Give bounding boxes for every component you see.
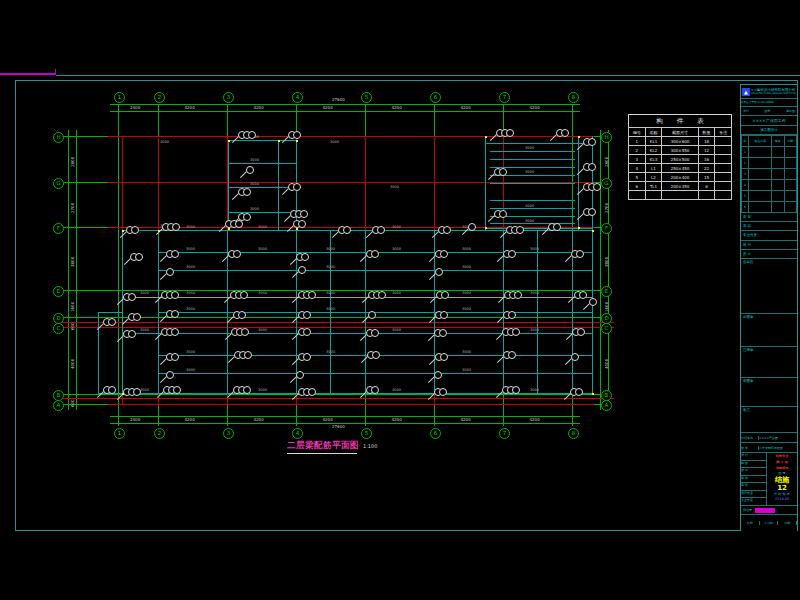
beam-tag-circle xyxy=(368,311,376,319)
certificate-line: 资质证书 甲级 A132008888 xyxy=(741,99,797,107)
member-table-cell: TL1 xyxy=(645,182,662,191)
signature-rows: 审 定审 核专业负责校 对设 计 xyxy=(741,213,797,259)
dimension-text: 1600 xyxy=(70,301,75,311)
revision-cell xyxy=(749,180,772,191)
top-rule xyxy=(56,75,800,76)
sheet-series: 结施 xyxy=(767,476,797,484)
stamp-cell: 会签栏 xyxy=(741,259,797,314)
beam-size-text: 3000 xyxy=(140,388,149,392)
beam-tag-circle xyxy=(308,291,316,299)
axis-bubble-number: 1 xyxy=(114,428,125,439)
member-table-row: 6TL1200×3506 xyxy=(629,182,732,191)
node-marker xyxy=(592,230,594,232)
node-marker xyxy=(228,228,230,230)
beam-tag-circle xyxy=(238,311,246,319)
beam-tag-circle xyxy=(579,291,587,299)
beam-tag-circle xyxy=(303,311,311,319)
axis-bubble-letter: F xyxy=(601,223,612,234)
signer-mini-row: 专业负责 xyxy=(741,498,766,505)
beam-size-text: 3000 xyxy=(250,207,259,211)
axis-bubble-letter: G xyxy=(53,178,64,189)
stamp-cell: 注册章 xyxy=(741,347,797,378)
member-table-row: 4L1250×45022 xyxy=(629,164,732,173)
member-table-cell: KL2 xyxy=(645,146,662,155)
beam-size-text: 3000 xyxy=(326,291,335,295)
top-rule-tick xyxy=(55,69,56,74)
beam-size-text: 3000 xyxy=(258,388,267,392)
revision-cell xyxy=(784,158,796,169)
sheet-number-stack: 结构专业 施 工 图 合同编号 图 号 结施 12 共 张 第 张 2019.0… xyxy=(767,453,797,505)
axis-bubble-letter: E xyxy=(53,286,64,297)
revision-cell xyxy=(749,147,772,158)
beam-size-text: 3000 xyxy=(525,146,534,150)
axis-bubble-number: 3 xyxy=(223,92,234,103)
beam-size-text: 3000 xyxy=(392,328,401,332)
beam-size-text: 3000 xyxy=(392,388,401,392)
axis-bubble-number: 5 xyxy=(361,428,372,439)
beam-tag-circle xyxy=(171,250,179,258)
node-marker xyxy=(278,140,280,142)
revision-cell xyxy=(784,169,796,180)
beam-size-text: 3000 xyxy=(258,328,267,332)
dimension-text: 2700 xyxy=(70,202,75,212)
beam-size-text: 3000 xyxy=(330,140,339,144)
member-table-cell xyxy=(698,191,715,200)
dimension-text: 4200 xyxy=(254,417,264,422)
member-table-cell xyxy=(715,137,732,146)
beam-size-text: 3000 xyxy=(186,350,195,354)
member-table-header: 名称 xyxy=(645,128,662,137)
beam-size-text: 3000 xyxy=(326,307,335,311)
beam-size-text: 3000 xyxy=(140,291,149,295)
node-marker xyxy=(485,136,487,138)
beam-tag-circle xyxy=(233,250,241,258)
beam-tag-circle xyxy=(131,226,139,234)
signature-row: 校 对 xyxy=(741,241,797,250)
member-table-row: 1KL1300×60018 xyxy=(629,137,732,146)
title-block: ▲ ××建筑设计研究院有限公司 ARCHITECTURAL DESIGN INS… xyxy=(740,84,797,531)
member-table-cell xyxy=(715,182,732,191)
stamp-cell: 审图章 xyxy=(741,378,797,407)
dimension-text: 4200 xyxy=(185,105,195,110)
dimension-text: 4000 xyxy=(70,358,75,368)
cad-sheet-view: { "drawing": { "title": "二层梁配筋平面图", "sca… xyxy=(0,0,800,600)
member-table-cell: 300×550 xyxy=(662,146,698,155)
revision-header: 修改内容 xyxy=(749,136,772,147)
member-table-cell: KL3 xyxy=(645,155,662,164)
beam-tag-circle xyxy=(128,293,136,301)
beam-size-text: 3000 xyxy=(530,328,539,332)
member-table-cell: 12 xyxy=(698,146,715,155)
revision-cell xyxy=(772,180,784,191)
axis-bubble-number: 8 xyxy=(568,92,579,103)
beam-tag-circle xyxy=(571,353,579,361)
beam-tag-circle xyxy=(293,131,301,139)
beam-tag-circle xyxy=(440,311,448,319)
signature-row: 设 计 xyxy=(741,250,797,259)
beam-tag-circle xyxy=(303,328,311,336)
dimension-text: 600 xyxy=(70,399,75,407)
beam-tag-circle xyxy=(243,188,251,196)
beam-tag-circle xyxy=(296,371,304,379)
dimension-text: 4200 xyxy=(323,417,333,422)
beam-size-text: 3000 xyxy=(326,350,335,354)
member-table-cell: 4 xyxy=(629,164,646,173)
dimension-text: 4000 xyxy=(604,358,609,368)
beam-size-text: 3000 xyxy=(530,388,539,392)
beam-tag-circle xyxy=(172,223,180,231)
signature-row: 审 核 xyxy=(741,222,797,231)
beam-tag-circle xyxy=(553,223,561,231)
member-table-cell: 22 xyxy=(698,164,715,173)
dimension-text: 3800 xyxy=(70,256,75,266)
beam-tag-circle xyxy=(241,328,249,336)
signer-mini-row: 校 对 xyxy=(741,468,766,476)
member-table-cell xyxy=(715,164,732,173)
revision-cell xyxy=(784,180,796,191)
revision-header: 日期 xyxy=(784,136,796,147)
revision-header: 签名 xyxy=(772,136,784,147)
project-value: ××××产业园 xyxy=(759,436,778,440)
drawing-title-underline xyxy=(287,453,357,454)
company-logo-icon: ▲ xyxy=(742,88,750,96)
beam-tag-circle xyxy=(371,329,379,337)
sheet-number: 结施 12 xyxy=(767,476,797,492)
member-table-grid: 编号名称截面尺寸数量备注 1KL1300×600182KL2300×550123… xyxy=(628,127,732,200)
project-stage: 施工图设计 xyxy=(741,126,797,135)
